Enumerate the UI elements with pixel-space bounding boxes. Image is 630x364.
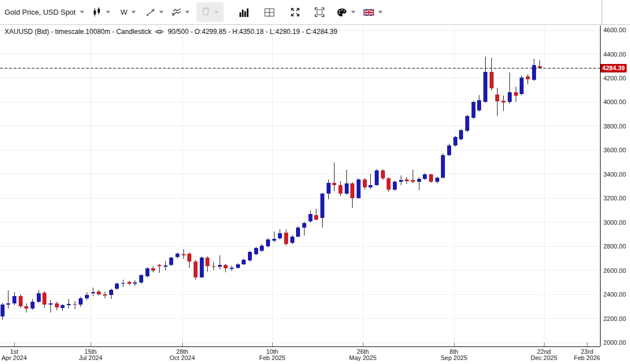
toolbar: Gold Price, USD Spot W	[0, 0, 630, 25]
svg-text:2800.00: 2800.00	[603, 243, 626, 250]
chevron-down-icon	[80, 11, 84, 14]
ohlc-readout: 90/500 - O:4299.85 - H:4350.18 - L:4280.…	[168, 28, 337, 36]
svg-text:4284.39: 4284.39	[602, 65, 625, 71]
svg-text:2200.00: 2200.00	[603, 315, 626, 322]
symbol-label: Gold Price, USD Spot	[5, 8, 76, 16]
svg-text:2000.00: 2000.00	[603, 339, 626, 346]
chevron-down-icon	[351, 11, 355, 14]
svg-text:4200.00: 4200.00	[603, 75, 626, 82]
svg-text:4600.00: 4600.00	[603, 27, 626, 33]
fullscreen-button[interactable]	[290, 7, 300, 17]
svg-text:3000.00: 3000.00	[603, 219, 626, 226]
svg-text:Feb 2025: Feb 2025	[259, 354, 285, 361]
palette-icon	[337, 8, 347, 17]
chevron-down-icon	[378, 11, 383, 14]
candlestick-chart[interactable]: 4600.004400.004200.004000.003800.003600.…	[0, 25, 630, 364]
svg-text:4000.00: 4000.00	[603, 99, 626, 105]
svg-text:2400.00: 2400.00	[603, 291, 626, 298]
chart-area: 4600.004400.004200.004000.003800.003600.…	[0, 25, 630, 364]
chart-type-selector[interactable]	[92, 7, 110, 17]
symbol-selector[interactable]: Gold Price, USD Spot	[5, 8, 84, 16]
svg-text:Feb 2026: Feb 2026	[574, 354, 600, 361]
compare-tool-button[interactable]	[172, 8, 190, 16]
layout-grid-icon	[264, 8, 275, 17]
svg-text:Oct 2024: Oct 2024	[170, 354, 195, 361]
screenshot-frame-button[interactable]	[315, 7, 324, 17]
volume-bars-icon	[239, 8, 248, 17]
layout-grid-button[interactable]	[264, 8, 275, 17]
timeframe-selector[interactable]: W	[121, 8, 136, 16]
svg-text:3400.00: 3400.00	[603, 171, 626, 178]
chevron-down-icon	[185, 11, 190, 14]
chevron-down-icon	[159, 11, 164, 14]
chart-info-line: XAUUSD (Bid) - timescale.10080m - Candle…	[5, 28, 337, 36]
series-descriptor: XAUUSD (Bid) - timescale.10080m - Candle…	[5, 28, 151, 36]
svg-text:Jul 2024: Jul 2024	[79, 354, 102, 361]
candlestick-chart-type-icon	[92, 7, 102, 17]
svg-text:Sep 2025: Sep 2025	[440, 354, 467, 361]
language-selector[interactable]	[363, 9, 383, 16]
svg-text:3800.00: 3800.00	[603, 123, 626, 130]
toolbar-separator	[602, 0, 602, 25]
chevron-down-icon	[106, 11, 110, 14]
eye-icon[interactable]	[155, 28, 164, 35]
uk-flag-icon	[363, 9, 374, 16]
trendline-tool-button[interactable]	[146, 8, 164, 17]
trendline-icon	[146, 8, 155, 17]
fullscreen-expand-icon	[290, 7, 300, 17]
compare-icon	[172, 8, 181, 16]
chevron-down-icon	[214, 11, 218, 14]
timeframe-label: W	[121, 8, 127, 16]
volume-toggle-button[interactable]	[239, 8, 248, 17]
svg-text:Apr 2024: Apr 2024	[2, 354, 27, 361]
svg-text:2600.00: 2600.00	[603, 267, 626, 274]
svg-text:4400.00: 4400.00	[603, 51, 626, 58]
svg-text:3200.00: 3200.00	[603, 195, 626, 202]
svg-text:Dec 2025: Dec 2025	[530, 354, 557, 361]
trash-icon	[202, 6, 210, 18]
svg-text:May 2025: May 2025	[349, 354, 376, 361]
delete-tool-button-disabled	[196, 2, 224, 22]
theme-palette-button[interactable]	[337, 8, 355, 17]
svg-text:3600.00: 3600.00	[603, 147, 626, 153]
screenshot-frame-icon	[315, 7, 324, 17]
chevron-down-icon	[131, 11, 136, 14]
